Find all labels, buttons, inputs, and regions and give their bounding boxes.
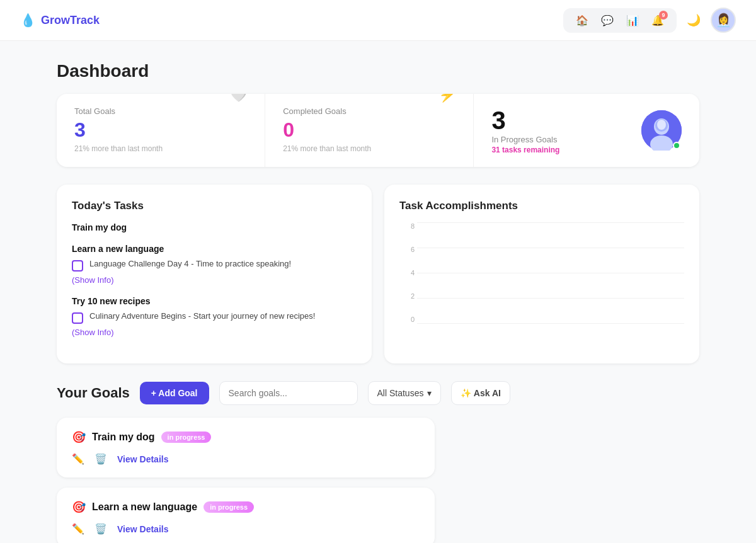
task-group-title-3: Try 10 new recipes bbox=[72, 296, 357, 306]
in-progress-label: In Progress Goals bbox=[491, 135, 559, 144]
goal-view-details-1[interactable]: View Details bbox=[117, 454, 168, 464]
goals-section: Your Goals + Add Goal All Statuses ▾ ✨ A… bbox=[57, 381, 699, 543]
goal-card-2: 🎯 Learn a new language in progress ✏️ 🗑️… bbox=[57, 488, 435, 543]
chart-line-2 bbox=[417, 298, 684, 299]
task-item-language: Language Challenge Day 4 - Time to pract… bbox=[72, 259, 357, 272]
notification-wrap: 🔔 9 bbox=[646, 12, 669, 29]
add-goal-button[interactable]: + Add Goal bbox=[140, 382, 209, 404]
show-info-recipe[interactable]: (Show Info) bbox=[72, 328, 357, 337]
goal-edit-btn-1[interactable]: ✏️ bbox=[72, 453, 84, 465]
filter-status-button[interactable]: All Statuses ▾ bbox=[368, 381, 442, 405]
total-goals-card: Total Goals 3 🤍 21% more than last month bbox=[57, 94, 265, 167]
home-icon-btn[interactable]: 🏠 bbox=[571, 12, 593, 29]
chart-icon: 📊 bbox=[626, 14, 639, 26]
goal-card-2-header: 🎯 Learn a new language in progress bbox=[72, 500, 420, 514]
goal-icon-2: 🎯 bbox=[72, 500, 86, 514]
heart-icon: 🤍 bbox=[230, 94, 247, 103]
completed-goals-sub: 21% more than last month bbox=[283, 144, 455, 153]
chart-line-6 bbox=[417, 248, 684, 248]
chart-line-8 bbox=[417, 222, 684, 223]
goal-icon-1: 🎯 bbox=[72, 430, 86, 444]
total-goals-sub: 21% more than last month bbox=[74, 144, 247, 153]
goal-actions-1: ✏️ 🗑️ View Details bbox=[72, 453, 420, 465]
tasks-remaining: 31 tasks remaining bbox=[491, 146, 559, 154]
chart-line-0 bbox=[417, 323, 684, 324]
middle-section: Today's Tasks Train my dog Learn a new l… bbox=[57, 185, 699, 363]
todays-tasks-card: Today's Tasks Train my dog Learn a new l… bbox=[57, 185, 372, 363]
goal-edit-btn-2[interactable]: ✏️ bbox=[72, 523, 84, 535]
header-right: 🏠 💬 📊 🔔 9 🌙 👩‍💼 bbox=[563, 8, 736, 33]
ask-ai-button[interactable]: ✨ Ask AI bbox=[451, 381, 510, 405]
search-goals-input[interactable] bbox=[219, 381, 358, 405]
header-icons: 🏠 💬 📊 🔔 9 bbox=[563, 8, 677, 33]
task-text-language: Language Challenge Day 4 - Time to pract… bbox=[89, 259, 291, 268]
page-title: Dashboard bbox=[57, 61, 699, 81]
task-item-recipe: Culinary Adventure Begins - Start your j… bbox=[72, 311, 357, 324]
home-icon: 🏠 bbox=[576, 14, 588, 26]
online-indicator bbox=[673, 142, 680, 149]
chevron-down-icon: ▾ bbox=[427, 388, 432, 398]
filter-label: All Statuses bbox=[377, 388, 424, 398]
task-group-recipes: Try 10 new recipes Culinary Adventure Be… bbox=[72, 296, 357, 337]
goal-actions-2: ✏️ 🗑️ View Details bbox=[72, 523, 420, 535]
goal-badge-2: in progress bbox=[203, 501, 254, 513]
goal-badge-1: in progress bbox=[161, 432, 212, 443]
goal-name-2: Learn a new language bbox=[92, 501, 197, 513]
chart-grid-lines bbox=[417, 222, 684, 323]
message-icon: 💬 bbox=[601, 14, 614, 26]
task-group-title-2: Learn a new language bbox=[72, 244, 357, 254]
logo[interactable]: 💧 GrowTrack bbox=[20, 13, 100, 28]
goal-card-1-header: 🎯 Train my dog in progress bbox=[72, 430, 420, 444]
app-name: GrowTrack bbox=[41, 14, 100, 27]
chart-icon-btn[interactable]: 📊 bbox=[621, 12, 644, 29]
user-avatar-icon: 👩‍💼 bbox=[716, 13, 731, 28]
user-avatar-stat bbox=[641, 110, 682, 151]
notification-badge: 9 bbox=[659, 11, 668, 20]
completed-goals-label: Completed Goals bbox=[283, 106, 455, 116]
chart-line-4 bbox=[417, 273, 684, 273]
user-avatar-btn[interactable]: 👩‍💼 bbox=[711, 8, 736, 33]
task-text-recipe: Culinary Adventure Begins - Start your j… bbox=[89, 311, 315, 321]
task-checkbox-recipe[interactable] bbox=[72, 312, 83, 324]
in-progress-card: 3 In Progress Goals 31 tasks remaining bbox=[474, 94, 699, 167]
header: 💧 GrowTrack 🏠 💬 📊 🔔 9 🌙 👩‍💼 bbox=[0, 0, 756, 41]
stats-row: Total Goals 3 🤍 21% more than last month… bbox=[57, 94, 699, 167]
svg-point-4 bbox=[657, 120, 666, 130]
goal-delete-btn-1[interactable]: 🗑️ bbox=[94, 453, 107, 465]
completed-goals-card: Completed Goals 0 ⚡ 21% more than last m… bbox=[265, 94, 474, 167]
task-checkbox-language[interactable] bbox=[72, 260, 83, 272]
show-info-language[interactable]: (Show Info) bbox=[72, 275, 357, 285]
chart-card: Task Accomplishments 8 6 4 2 0 bbox=[384, 185, 699, 363]
goals-title: Your Goals bbox=[57, 385, 130, 401]
task-group-train-dog: Train my dog bbox=[72, 222, 357, 232]
total-goals-label: Total Goals bbox=[74, 106, 247, 116]
total-goals-value: 3 bbox=[74, 118, 86, 141]
chart-area: 8 6 4 2 0 bbox=[399, 222, 684, 336]
chart-title: Task Accomplishments bbox=[399, 200, 684, 212]
goal-delete-btn-2[interactable]: 🗑️ bbox=[94, 523, 107, 535]
chart-yaxis: 8 6 4 2 0 bbox=[399, 222, 415, 323]
message-icon-btn[interactable]: 💬 bbox=[596, 12, 619, 29]
goal-card-1: 🎯 Train my dog in progress ✏️ 🗑️ View De… bbox=[57, 418, 435, 477]
task-group-title-1: Train my dog bbox=[72, 222, 357, 232]
task-group-language: Learn a new language Language Challenge … bbox=[72, 244, 357, 285]
goals-header: Your Goals + Add Goal All Statuses ▾ ✨ A… bbox=[57, 381, 699, 405]
bolt-icon: ⚡ bbox=[438, 94, 455, 103]
completed-goals-value: 0 bbox=[283, 118, 294, 141]
main-content: Dashboard Total Goals 3 🤍 21% more than … bbox=[32, 41, 724, 543]
in-progress-value: 3 bbox=[491, 106, 505, 134]
logo-icon: 💧 bbox=[20, 13, 36, 28]
tasks-card-title: Today's Tasks bbox=[72, 200, 357, 212]
moon-icon: 🌙 bbox=[687, 14, 701, 26]
goal-view-details-2[interactable]: View Details bbox=[117, 524, 168, 534]
goal-name-1: Train my dog bbox=[92, 432, 155, 443]
dark-mode-toggle[interactable]: 🌙 bbox=[682, 11, 706, 30]
